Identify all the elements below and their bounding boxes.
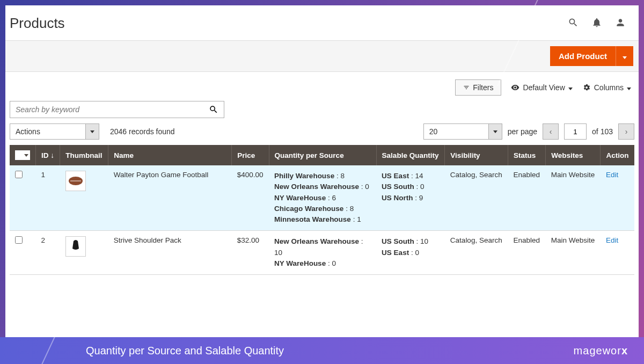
cell-id: 2 — [36, 231, 60, 275]
gear-icon — [582, 83, 591, 92]
account-icon[interactable] — [615, 17, 626, 30]
add-product-button[interactable]: Add Product — [550, 46, 633, 66]
chevron-down-icon — [568, 83, 573, 92]
chevron-left-icon: ‹ — [550, 127, 552, 136]
eye-icon — [511, 83, 519, 92]
cell-status: Enabled — [508, 231, 546, 275]
chevron-down-icon — [627, 83, 631, 92]
cell-salable: US East : 14US South : 0US North : 9 — [376, 165, 445, 231]
cell-status: Enabled — [508, 165, 546, 231]
row-checkbox[interactable] — [15, 236, 23, 244]
cell-name: Walter Payton Game Football — [108, 165, 232, 231]
col-action[interactable]: Action — [601, 145, 634, 165]
caption-text: Quantity per Source and Salable Quantity — [86, 345, 284, 357]
table-row[interactable]: 2Strive Shoulder Pack$32.00New Orleans W… — [10, 231, 634, 275]
cell-qps: New Orleans Warehouse : 10NY WareHouse :… — [269, 231, 376, 275]
records-found: 2046 records found — [110, 127, 175, 136]
search-input[interactable] — [16, 105, 209, 114]
default-view-label: Default View — [523, 83, 565, 92]
col-websites[interactable]: Websites — [546, 145, 601, 165]
page-input[interactable] — [564, 123, 587, 140]
page-title: Products — [10, 15, 65, 32]
page-size-value: 20 — [424, 124, 488, 139]
caption-bar: Quantity per Source and Salable Quantity… — [0, 337, 644, 364]
col-select[interactable] — [10, 145, 36, 165]
col-thumbnail[interactable]: Thumbnail — [60, 145, 108, 165]
cell-websites: Main Website — [546, 165, 601, 231]
col-status[interactable]: Status — [508, 145, 546, 165]
products-table: ID ↓ Thumbnail Name Price Quantity per S… — [10, 145, 634, 275]
cell-visibility: Catalog, Search — [445, 231, 508, 275]
cell-salable: US South : 10US East : 0 — [376, 231, 445, 275]
page-total-label: of 103 — [592, 127, 613, 136]
search-icon[interactable] — [209, 105, 218, 114]
chevron-right-icon: › — [625, 127, 628, 136]
cell-name: Strive Shoulder Pack — [108, 231, 232, 275]
next-page-button[interactable]: › — [618, 123, 634, 140]
cell-price: $32.00 — [232, 231, 269, 275]
chevron-down-icon[interactable] — [488, 124, 502, 139]
col-salable[interactable]: Salable Quantity — [376, 145, 445, 165]
funnel-icon — [463, 84, 470, 91]
col-id[interactable]: ID ↓ — [36, 145, 60, 165]
col-price[interactable]: Price — [232, 145, 269, 165]
filters-button[interactable]: Filters — [455, 79, 501, 96]
add-product-label: Add Product — [550, 46, 616, 66]
cell-id: 1 — [36, 165, 60, 231]
actions-select[interactable]: Actions — [10, 123, 99, 140]
table-row[interactable]: 1Walter Payton Game Football$400.00Phill… — [10, 165, 634, 231]
cell-websites: Main Website — [546, 231, 601, 275]
columns-button[interactable]: Columns — [582, 83, 631, 92]
default-view-button[interactable]: Default View — [511, 83, 572, 92]
col-visibility[interactable]: Visibility — [445, 145, 508, 165]
mageworx-logo: mageworx — [574, 345, 628, 357]
edit-link[interactable]: Edit — [606, 236, 618, 244]
thumbnail[interactable] — [65, 171, 86, 191]
thumbnail[interactable] — [65, 236, 86, 257]
edit-link[interactable]: Edit — [606, 171, 618, 179]
select-all-dropdown[interactable] — [15, 150, 30, 160]
per-page-label: per page — [508, 127, 537, 136]
cell-qps: Philly Warehouse : 8New Orleans Warehous… — [269, 165, 376, 231]
page-size-select[interactable]: 20 — [423, 123, 502, 140]
col-name[interactable]: Name — [108, 145, 232, 165]
search-box[interactable] — [10, 101, 224, 118]
col-qps[interactable]: Quantity per Source — [269, 145, 376, 165]
prev-page-button[interactable]: ‹ — [543, 123, 559, 140]
columns-label: Columns — [594, 83, 624, 92]
notifications-icon[interactable] — [591, 17, 602, 30]
cell-visibility: Catalog, Search — [445, 165, 508, 231]
chevron-down-icon[interactable] — [85, 124, 99, 139]
row-checkbox[interactable] — [15, 171, 23, 178]
actions-select-label: Actions — [10, 124, 85, 139]
search-icon[interactable] — [568, 17, 579, 30]
cell-price: $400.00 — [232, 165, 269, 231]
add-product-dropdown-icon[interactable] — [616, 46, 633, 66]
filters-label: Filters — [473, 83, 493, 92]
